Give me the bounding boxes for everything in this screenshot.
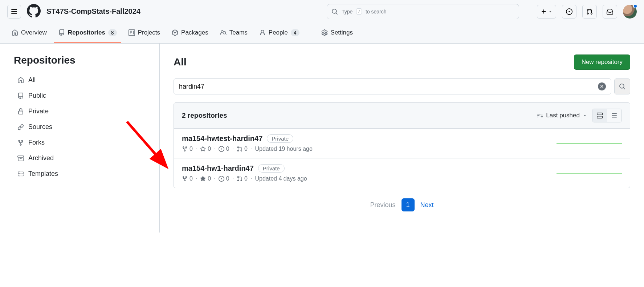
tab-repositories[interactable]: Repositories 8 bbox=[54, 23, 121, 43]
repo-icon bbox=[58, 29, 65, 36]
project-icon bbox=[129, 29, 135, 36]
menu-button[interactable] bbox=[7, 5, 21, 19]
pull-request-icon bbox=[237, 146, 242, 152]
clear-search-icon[interactable]: ✕ bbox=[598, 82, 606, 90]
main-title: All bbox=[174, 56, 187, 68]
search-placeholder-right: to search bbox=[366, 9, 387, 15]
sidebar-item-all[interactable]: All bbox=[14, 73, 159, 87]
rows-icon bbox=[597, 113, 603, 118]
sort-icon bbox=[537, 113, 543, 118]
global-search[interactable]: Type / to search bbox=[327, 4, 519, 19]
repo-search-field[interactable] bbox=[179, 83, 598, 90]
activity-sparkline bbox=[557, 139, 622, 148]
prs-stat[interactable]: 0 bbox=[237, 175, 248, 182]
separator bbox=[528, 7, 528, 17]
repositories-count: 8 bbox=[108, 29, 117, 36]
home-icon bbox=[12, 29, 18, 36]
results-count: 2 repositories bbox=[182, 112, 227, 120]
issue-icon bbox=[219, 176, 224, 182]
template-icon bbox=[17, 171, 24, 177]
package-icon bbox=[172, 29, 178, 36]
people-count: 4 bbox=[291, 29, 299, 36]
fork-icon bbox=[182, 146, 188, 152]
activity-sparkline bbox=[557, 169, 622, 178]
repo-search-input[interactable]: ✕ bbox=[174, 78, 611, 94]
pull-requests-button[interactable] bbox=[582, 5, 597, 19]
sort-button[interactable]: Last pushed bbox=[537, 112, 587, 119]
pagination-next[interactable]: Next bbox=[420, 201, 434, 209]
tab-packages[interactable]: Packages bbox=[167, 23, 213, 43]
plus-icon bbox=[541, 9, 547, 15]
fork-icon bbox=[17, 140, 24, 146]
repo-row[interactable]: ma154-hw1-hardin47 Private 0 · 0 · 0 · 0… bbox=[174, 158, 630, 188]
user-avatar[interactable] bbox=[623, 5, 637, 19]
forks-stat[interactable]: 0 bbox=[182, 146, 193, 152]
stars-stat[interactable]: 0 bbox=[200, 175, 211, 182]
repo-row[interactable]: ma154-hwtest-hardin47 Private 0 · 0 · 0 … bbox=[174, 129, 630, 158]
person-icon bbox=[259, 29, 266, 36]
org-name[interactable]: ST47S-CompStats-Fall2024 bbox=[46, 7, 140, 16]
new-repository-button[interactable]: New repository bbox=[574, 54, 630, 70]
stars-stat[interactable]: 0 bbox=[200, 146, 211, 152]
fork-icon bbox=[182, 176, 188, 182]
tab-settings[interactable]: Settings bbox=[317, 23, 357, 43]
star-icon bbox=[200, 176, 206, 182]
view-compact-button[interactable] bbox=[607, 109, 621, 122]
search-placeholder-left: Type bbox=[342, 9, 352, 15]
star-icon bbox=[200, 146, 206, 152]
people-icon bbox=[220, 29, 227, 36]
repo-name[interactable]: ma154-hwtest-hardin47 bbox=[182, 134, 262, 143]
link-icon bbox=[17, 124, 24, 130]
sidebar-item-templates[interactable]: Templates bbox=[14, 167, 159, 181]
create-new-button[interactable] bbox=[537, 5, 556, 19]
github-logo[interactable] bbox=[27, 4, 41, 19]
lock-icon bbox=[17, 108, 24, 115]
repo-name[interactable]: ma154-hw1-hardin47 bbox=[182, 164, 254, 173]
updated-text: Updated 4 days ago bbox=[255, 175, 307, 182]
inbox-button[interactable] bbox=[603, 5, 617, 19]
sidebar-item-private[interactable]: Private bbox=[14, 105, 159, 118]
caret-down-icon bbox=[583, 113, 587, 118]
forks-stat[interactable]: 0 bbox=[182, 175, 193, 182]
prs-stat[interactable]: 0 bbox=[237, 146, 248, 152]
view-list-button[interactable] bbox=[592, 109, 607, 122]
home-icon bbox=[17, 77, 24, 84]
issues-stat[interactable]: 0 bbox=[219, 175, 229, 182]
issue-icon bbox=[219, 146, 224, 152]
archive-icon bbox=[17, 155, 24, 162]
caret-down-icon bbox=[549, 10, 552, 13]
sidebar-title: Repositories bbox=[14, 54, 159, 66]
sidebar-item-archived[interactable]: Archived bbox=[14, 151, 159, 165]
search-kbd: / bbox=[356, 8, 362, 15]
tab-projects[interactable]: Projects bbox=[124, 23, 164, 43]
search-icon bbox=[331, 8, 338, 15]
issue-icon bbox=[566, 8, 572, 15]
visibility-badge: Private bbox=[258, 164, 285, 173]
search-icon bbox=[619, 83, 625, 90]
tab-overview[interactable]: Overview bbox=[7, 23, 51, 43]
pagination-current[interactable]: 1 bbox=[402, 198, 415, 211]
visibility-badge: Private bbox=[267, 134, 293, 143]
issues-button[interactable] bbox=[562, 5, 576, 19]
notification-dot bbox=[633, 4, 637, 8]
pull-request-icon bbox=[237, 176, 242, 182]
tab-teams[interactable]: Teams bbox=[216, 23, 252, 43]
sidebar-item-public[interactable]: Public bbox=[14, 89, 159, 102]
inbox-icon bbox=[607, 8, 613, 15]
list-icon bbox=[611, 113, 617, 118]
issues-stat[interactable]: 0 bbox=[219, 146, 229, 152]
sidebar-item-forks[interactable]: Forks bbox=[14, 136, 159, 149]
search-button[interactable] bbox=[614, 78, 630, 94]
sidebar-item-sources[interactable]: Sources bbox=[14, 120, 159, 134]
pagination-previous: Previous bbox=[370, 201, 395, 209]
pull-request-icon bbox=[586, 8, 593, 15]
tab-people[interactable]: People 4 bbox=[255, 23, 304, 43]
repo-icon bbox=[17, 93, 24, 99]
menu-icon bbox=[11, 8, 17, 15]
gear-icon bbox=[321, 29, 328, 36]
updated-text: Updated 19 hours ago bbox=[255, 146, 312, 152]
